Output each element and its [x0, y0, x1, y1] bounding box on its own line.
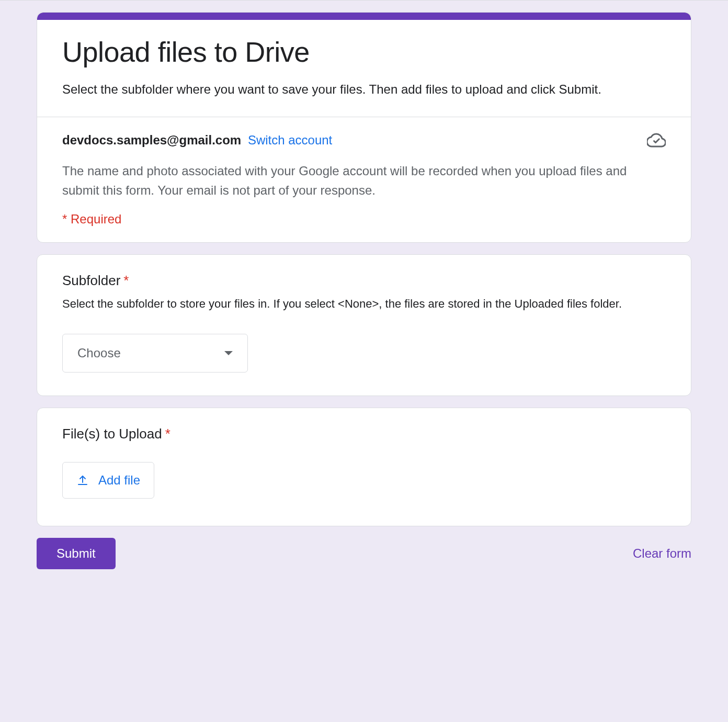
form-actions: Submit Clear form	[37, 538, 691, 569]
subfolder-label: Subfolder	[62, 273, 120, 289]
header-card: Upload files to Drive Select the subfold…	[37, 12, 691, 243]
add-file-label: Add file	[98, 473, 140, 488]
accent-bar	[37, 13, 691, 20]
files-label: File(s) to Upload	[62, 426, 162, 442]
required-star: *	[165, 426, 170, 442]
account-disclosure: The name and photo associated with your …	[62, 161, 666, 200]
account-text: devdocs.samples@gmail.com Switch account	[62, 133, 332, 148]
subfolder-question-card: Subfolder * Select the subfolder to stor…	[37, 254, 691, 396]
chevron-down-icon	[224, 351, 233, 355]
required-star: *	[123, 273, 129, 289]
upload-icon	[76, 474, 89, 487]
files-question-card: File(s) to Upload * Add file	[37, 408, 691, 526]
form-title: Upload files to Drive	[62, 36, 666, 68]
form-container: Upload files to Drive Select the subfold…	[37, 12, 691, 569]
files-question-title: File(s) to Upload *	[62, 426, 666, 442]
clear-form-link[interactable]: Clear form	[633, 546, 691, 561]
account-email: devdocs.samples@gmail.com	[62, 133, 241, 147]
subfolder-question-title: Subfolder *	[62, 273, 666, 289]
switch-account-link[interactable]: Switch account	[248, 133, 332, 147]
subfolder-hint: Select the subfolder to store your files…	[62, 295, 666, 313]
add-file-button[interactable]: Add file	[62, 462, 154, 499]
form-description: Select the subfolder where you want to s…	[62, 80, 666, 99]
subfolder-dropdown[interactable]: Choose	[62, 334, 248, 373]
required-indicator: * Required	[62, 212, 666, 227]
dropdown-selected-value: Choose	[77, 346, 121, 360]
account-section: devdocs.samples@gmail.com Switch account…	[37, 117, 691, 242]
submit-button[interactable]: Submit	[37, 538, 116, 569]
cloud-done-icon	[647, 131, 666, 150]
